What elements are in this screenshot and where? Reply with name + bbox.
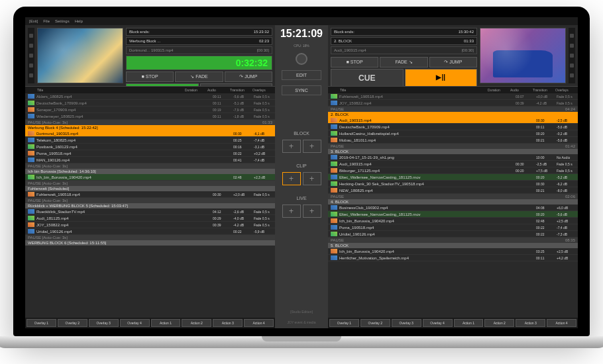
preview-left[interactable] — [37, 28, 123, 83]
block-header[interactable]: 2. BLOCK — [328, 112, 578, 117]
block-header[interactable]: WERBUNG BLOCK 6 [Scheduled: 15:11:55] — [25, 240, 275, 246]
block-header[interactable]: 4. BLOCK — [328, 199, 578, 205]
track-row[interactable]: BusinessClub_190302.mp404:08+6,0 dB — [328, 205, 578, 211]
block-add-right[interactable]: + — [303, 140, 321, 153]
menubar: [Exit] File Settings Help — [25, 17, 578, 25]
block-header[interactable]: Rückblick + WERBUNG BLOCK 5 [Scheduled: … — [25, 203, 275, 208]
clip-add-left[interactable]: + — [282, 172, 301, 185]
overlay-btn[interactable]: Overlay 3 — [89, 319, 119, 327]
action-btn[interactable]: Action 4 — [244, 319, 274, 327]
block-header[interactable]: Fohlenwelt [Scheduled] — [25, 186, 275, 191]
track-row[interactable]: JOY_150822.mp400:39-4,2 dBFade 0,5 s — [25, 222, 275, 228]
menu-exit[interactable]: [Exit] — [29, 19, 38, 23]
action-btn[interactable]: Action 4 — [547, 319, 576, 327]
track-row[interactable]: Puma_190518.mp400:22-7,4 dB — [328, 224, 578, 231]
live-label: LIVE — [296, 196, 306, 201]
track-row[interactable]: Ich_bin_Borussia_190420.mp402:48+2,3 dB — [25, 174, 275, 181]
track-row[interactable]: Postbank_160123.mp400:16-3,1 dB — [25, 144, 275, 150]
cue-right[interactable]: CUE — [331, 69, 404, 87]
countdown-left: 0:32:32 — [126, 56, 272, 70]
block-header[interactable]: 3. BLOCK — [328, 149, 578, 154]
action-btn[interactable]: Action 2 — [484, 319, 514, 327]
track-row[interactable]: DeutscheBank_170909.mp400:11-5,1 dBFade … — [25, 100, 275, 107]
overlay-btn[interactable]: Overlay 4 — [120, 319, 150, 327]
action-btn[interactable]: Action 2 — [182, 319, 211, 327]
track-row[interactable]: Puma_190518.mp400:22+0,2 dB — [25, 150, 275, 157]
track-row[interactable]: Telekom_180825.mp400:25-7,4 dB — [25, 137, 275, 144]
clip-add-right[interactable]: + — [303, 172, 321, 185]
track-row[interactable]: JOY_150822.mp400:39-4,2 dBFade 0,5 s — [328, 100, 578, 107]
footer-left: Overlay 1 Overlay 2 Overlay 3 Overlay 4 … — [25, 318, 275, 328]
playlist-left[interactable]: Title DurationAudio TransitionOverlays A… — [25, 86, 275, 318]
track-row[interactable]: Fohlenwelt_190518.mp400:30+2,0 dBFade 0,… — [25, 191, 275, 198]
right-side-strip[interactable] — [569, 28, 575, 83]
track-row[interactable]: HollandCasino_Halbzeitspiel.mp400:20-0,2… — [328, 130, 578, 137]
track-row[interactable]: Ich_bin_Borussia_190420.mp403:25+2,5 dB — [328, 248, 578, 255]
track-row[interactable]: MAN_190126.mp400:41-7,4 dB — [25, 157, 275, 163]
jump-left[interactable]: ↷ JUMP — [225, 71, 272, 82]
track-row[interactable]: Bitburger_171125.mp400:20+7,5 dBFade 0,5… — [328, 167, 578, 174]
sync-button[interactable]: SYNC — [282, 85, 321, 95]
pause-row: PAUSE 04:24 — [328, 107, 578, 112]
block-header[interactable]: 5. BLOCK — [328, 243, 578, 248]
overlay-btn[interactable]: Overlay 2 — [360, 319, 390, 327]
overlay-btn[interactable]: Overlay 1 — [329, 319, 359, 327]
action-btn[interactable]: Action 3 — [213, 319, 243, 327]
live-add-right[interactable]: + — [303, 205, 321, 218]
stop-right[interactable]: ■ STOP — [331, 57, 378, 68]
block-add-left[interactable]: + — [282, 140, 301, 153]
playlist-right[interactable]: Title DurationAudio TransitionOverlays F… — [328, 86, 578, 318]
track-row[interactable]: Audi_181125.mp400:29-4,0 dBFade 0,5 s — [25, 215, 275, 222]
brand-label: JOY event & media — [286, 319, 317, 326]
clip-label: CLIP — [296, 163, 307, 168]
overlay-btn[interactable]: Overlay 4 — [423, 319, 453, 327]
stop-left[interactable]: ■ STOP — [126, 71, 174, 82]
menu-settings[interactable]: Settings — [55, 19, 70, 23]
overlay-btn[interactable]: Overlay 1 — [27, 319, 56, 327]
overlay-btn[interactable]: Overlay 3 — [392, 319, 421, 327]
menu-file[interactable]: File — [43, 19, 50, 23]
track-row[interactable]: Ich_bin_Borussia_190420.mp402:48+2,5 dB — [328, 218, 578, 224]
playlist-header-right: Title DurationAudio TransitionOverlays — [328, 87, 578, 93]
action-btn[interactable]: Action 1 — [151, 319, 181, 327]
track-row[interactable]: NEW_180825.mp400:21-8,0 dB — [328, 187, 578, 194]
track-row[interactable]: Hecking-Dank_30 Sek_StadionTV_190518.mp4… — [328, 181, 578, 187]
track-row[interactable]: Dortmund_190315.mp400:30-6,1 dB — [25, 130, 275, 137]
edit-button[interactable]: EDIT — [282, 70, 321, 80]
track-row[interactable]: 2019-04-17_15-21-29_sh1.png10:00No Audio — [328, 154, 578, 161]
track-row[interactable]: Herrlicher_Motivation_Speilerreich.mp400… — [328, 255, 578, 261]
track-row[interactable]: Rueckblick_StadionTV.mp404:12-2,6 dBFade… — [25, 208, 275, 215]
track-row[interactable]: Fohlenwelt_190518.mp403:07+0,0 dBFade 0,… — [328, 93, 578, 100]
pause-row: PAUSE [Auto-Cue: 3s] — [25, 198, 275, 203]
menu-help[interactable]: Help — [75, 19, 83, 23]
action-btn[interactable]: Action 3 — [516, 319, 545, 327]
track-row[interactable]: Uridial_190126.mp400:22-5,9 dB — [25, 228, 275, 235]
fade-right[interactable]: FADE ↘ — [380, 57, 427, 68]
track-row[interactable]: Eltec_Wallersee_NarrowCasting_181125.mov… — [328, 174, 578, 181]
block-header[interactable]: Ich bin Borussia [Scheduled: 14:36:10] — [25, 169, 275, 174]
track-row[interactable]: Alders_180825.mp400:11-5,6 dBFade 0,5 s — [25, 93, 275, 100]
block-header[interactable]: Werbung Block 4 [Scheduled: 15:22:42] — [25, 125, 275, 130]
play-right[interactable]: ▶|| — [405, 69, 478, 87]
preview-right[interactable] — [480, 28, 566, 83]
track-row[interactable]: Audi_190315.mp400:30-2,5 dBFade 0,5 s — [328, 161, 578, 167]
track-info-right: Audi_190315.mp4[00:30] — [331, 46, 477, 54]
track-row[interactable]: Sonepar_170909.mp400:19-7,9 dBFade 0,5 s — [25, 107, 275, 113]
track-row[interactable]: Uridial_190126.mp400:22-7,3 dB — [328, 231, 578, 238]
left-side-strip[interactable] — [28, 28, 34, 83]
block-ends-right: Block ends:15:30:42 — [331, 28, 477, 36]
track-row[interactable]: Eltec_Wallersee_NarrowCasting_181125.mov… — [328, 211, 578, 218]
track-row[interactable]: Audi_190315.mp400:30-2,5 dB — [328, 117, 578, 124]
overlay-btn[interactable]: Overlay 2 — [58, 319, 87, 327]
record-button[interactable] — [296, 53, 307, 65]
master-clock: 15:21:09 — [280, 28, 323, 40]
pause-row: PAUSE [Auto-Cue: 3s] — [25, 235, 275, 240]
fade-left[interactable]: ↘ FADE — [175, 71, 223, 82]
jump-right[interactable]: ↷ JUMP — [429, 57, 477, 68]
track-row[interactable]: Mobau_181011.mp400:21-5,6 dB — [328, 137, 578, 144]
track-row[interactable]: DeutscheBank_170909.mp400:11-5,6 dB — [328, 124, 578, 130]
track-row[interactable]: Wiedemeyer_180825.mp400:11-1,8 dBFade 0,… — [25, 113, 275, 120]
pause-row: PAUSE [Auto-Cue: 3s] — [25, 163, 275, 169]
action-btn[interactable]: Action 1 — [454, 319, 484, 327]
live-add-left[interactable]: + — [282, 205, 301, 218]
